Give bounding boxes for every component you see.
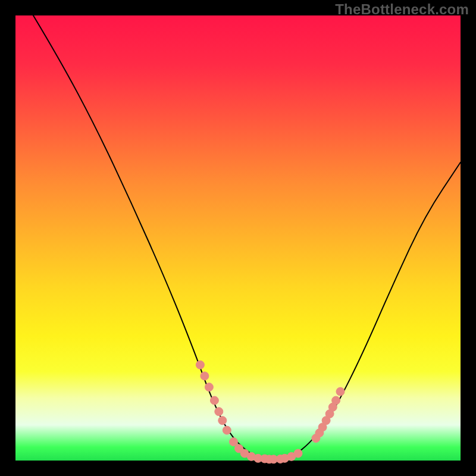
curve-svg [15,15,461,461]
highlighted-dots-group [196,361,345,464]
highlighted-dot [196,361,204,369]
highlighted-dot [215,408,223,416]
highlighted-dot [210,396,218,405]
highlighted-dot [205,383,213,392]
highlighted-dot [201,372,209,380]
highlighted-dot [218,416,227,425]
chart-frame: TheBottleneck.com [0,0,476,476]
bottleneck-curve [33,15,461,460]
plot-area [15,15,461,461]
highlighted-dot [332,396,340,405]
highlighted-dot [294,449,302,458]
highlighted-dot [230,438,238,446]
highlighted-dot [223,426,231,434]
highlighted-dot [336,387,345,396]
